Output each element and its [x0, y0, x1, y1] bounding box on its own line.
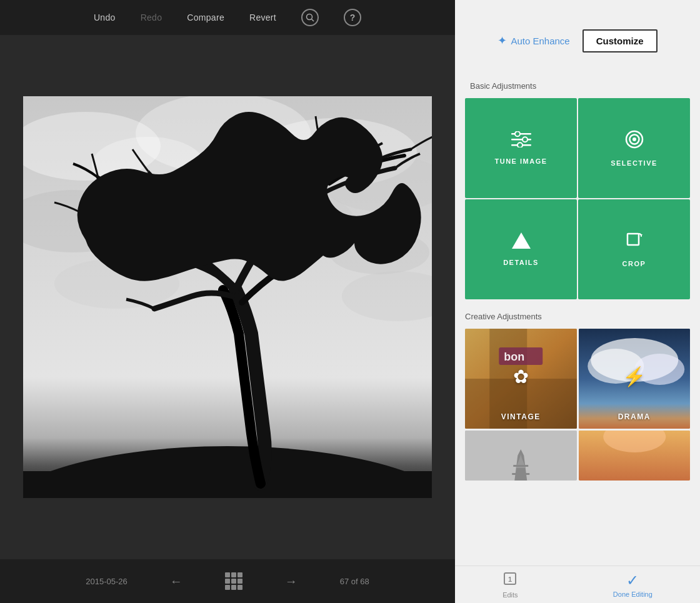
partial-tile-2[interactable] [579, 431, 691, 481]
wand-icon: ✦ [498, 34, 507, 47]
basic-adjustments-grid: TUNE IMAGE SELECTIVE DETAILS [455, 98, 700, 299]
grid-view-button[interactable] [225, 572, 242, 590]
top-toolbar: Undo Redo Compare Revert ? [0, 0, 455, 35]
selective-icon [624, 129, 644, 152]
customize-button[interactable]: Customize [582, 29, 658, 52]
svg-rect-25 [628, 234, 639, 245]
photo-date: 2015-05-26 [86, 577, 128, 586]
svg-point-18 [522, 137, 528, 142]
tune-icon [511, 131, 531, 150]
vintage-tile[interactable]: bon ✿ VINTAGE [465, 329, 577, 429]
details-icon [512, 232, 531, 251]
crop-tile[interactable]: CROP [578, 199, 690, 299]
vintage-label: VINTAGE [465, 412, 577, 421]
auto-enhance-button[interactable]: ✦ Auto Enhance [498, 34, 569, 47]
creative-grid: bon ✿ VINTAGE [465, 329, 690, 481]
image-area [0, 35, 455, 559]
svg-point-20 [518, 142, 522, 147]
edits-icon: 1 [502, 571, 518, 590]
edits-nav-item[interactable]: 1 Edits [490, 567, 530, 602]
svg-rect-17 [511, 139, 531, 141]
photo-counter: 67 of 68 [340, 577, 369, 586]
help-icon[interactable]: ? [344, 9, 361, 26]
left-panel: Undo Redo Compare Revert ? [0, 0, 455, 603]
details-label: DETAILS [503, 259, 539, 266]
photo-display [23, 96, 432, 498]
right-panel: ✦ Auto Enhance Customize Basic Adjustmen… [455, 0, 700, 603]
bottom-nav: 1 Edits ✓ Done Editing [455, 566, 700, 603]
bottom-toolbar: 2015-05-26 ← → 67 of 68 [0, 559, 455, 603]
selective-tile[interactable]: SELECTIVE [578, 98, 690, 198]
creative-adjustments-section: Creative Adjustments [455, 299, 700, 481]
drama-tile[interactable]: ⚡ DRAMA [579, 329, 691, 429]
search-icon[interactable] [301, 9, 319, 26]
undo-button[interactable]: Undo [94, 12, 116, 22]
drama-label: DRAMA [579, 412, 691, 421]
vintage-icon: ✿ [513, 366, 529, 387]
redo-button[interactable]: Redo [141, 12, 162, 22]
creative-adjustments-label: Creative Adjustments [465, 312, 690, 321]
crop-label: CROP [622, 260, 646, 267]
svg-text:bon: bon [504, 351, 524, 363]
done-editing-label: Done Editing [613, 591, 652, 598]
tune-image-tile[interactable]: TUNE IMAGE [465, 98, 577, 198]
checkmark-icon: ✓ [626, 572, 639, 589]
basic-adjustments-label: Basic Adjustments [455, 81, 700, 98]
svg-marker-26 [640, 234, 642, 236]
drama-icon: ⚡ [622, 366, 646, 387]
svg-line-1 [312, 19, 314, 22]
prev-button[interactable]: ← [165, 569, 188, 594]
right-header: ✦ Auto Enhance Customize [455, 0, 700, 81]
edits-label: Edits [502, 591, 518, 599]
svg-point-23 [632, 137, 636, 141]
done-editing-nav-item[interactable]: ✓ Done Editing [601, 568, 665, 602]
tune-image-label: TUNE IMAGE [494, 157, 547, 165]
selective-label: SELECTIVE [611, 159, 658, 167]
svg-rect-14 [23, 471, 432, 498]
svg-rect-40 [512, 473, 529, 475]
svg-point-16 [515, 131, 520, 136]
svg-marker-24 [512, 232, 531, 249]
svg-text:1: 1 [508, 576, 512, 583]
svg-point-0 [307, 14, 312, 20]
partial-tile-1[interactable] [465, 431, 577, 481]
revert-button[interactable]: Revert [249, 12, 276, 22]
next-button[interactable]: → [280, 569, 302, 594]
svg-rect-39 [513, 465, 528, 467]
crop-icon [625, 231, 644, 252]
svg-rect-15 [511, 133, 531, 135]
compare-button[interactable]: Compare [187, 12, 224, 22]
details-tile[interactable]: DETAILS [465, 199, 577, 299]
